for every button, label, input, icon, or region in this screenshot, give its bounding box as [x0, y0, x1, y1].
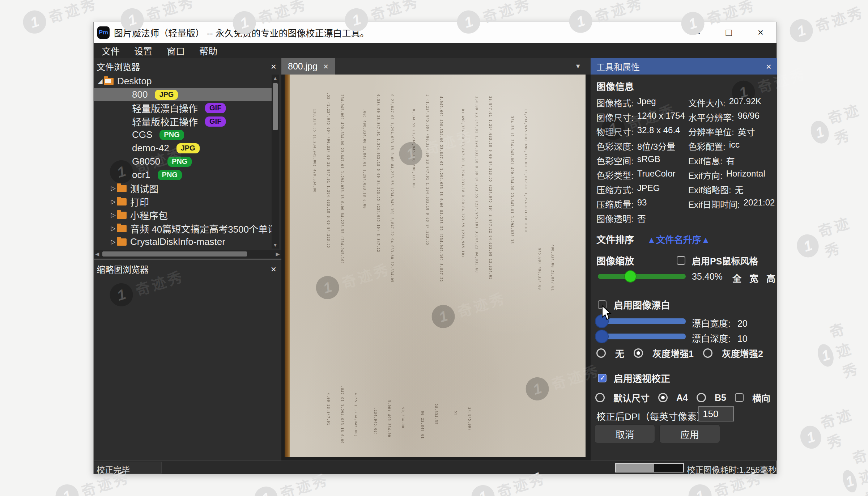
tree-item[interactable]: ▷小程序包: [94, 208, 272, 222]
info-label: 物理尺寸:: [596, 125, 634, 138]
zoom-slider-thumb[interactable]: [624, 270, 637, 283]
image-info-row: 图像尺寸:1240 x 1754水平分辨率:96/96: [596, 110, 777, 124]
scrollbar-thumb[interactable]: [102, 251, 247, 257]
gray-option-label-2[interactable]: 灰度增强2: [722, 347, 763, 360]
ps-mouse-label[interactable]: 启用PS鼠标风格: [692, 254, 758, 267]
scroll-up-icon[interactable]: ▲: [272, 75, 279, 81]
menu-item-0[interactable]: 文件: [102, 44, 120, 57]
info-pair: Exif信息:有: [688, 154, 735, 167]
expander-icon[interactable]: ▷: [110, 198, 117, 205]
zoom-fit-1[interactable]: 宽: [749, 271, 758, 284]
info-label: Exif日期时间:: [688, 198, 740, 210]
close-icon[interactable]: ×: [766, 62, 771, 71]
bleach-depth-slider-thumb[interactable]: [595, 330, 609, 343]
ps-mouse-checkbox[interactable]: [677, 256, 685, 265]
tab-close-icon[interactable]: ×: [323, 62, 328, 71]
expander-icon[interactable]: ▷: [110, 238, 117, 246]
close-button[interactable]: ×: [745, 22, 776, 43]
title-bar: Pm 图片魔法师（轻量版） -- 永久免费的专业的图像校正漂白工具。 – □ ×: [94, 22, 776, 43]
folder-icon: [117, 185, 127, 192]
vertical-scrollbar[interactable]: ▲ ▼: [272, 75, 279, 249]
tree-item[interactable]: ▷音频 40篇短文搞定高考3500个单词: [94, 222, 272, 235]
tree-item[interactable]: CGSPNG: [94, 128, 272, 141]
gray-option-radio-1[interactable]: [634, 348, 643, 358]
menu-item-3[interactable]: 帮助: [199, 44, 217, 57]
watermark-logo-icon: 1: [815, 342, 837, 369]
bleach-depth-slider-track[interactable]: [598, 334, 686, 339]
menu-bar: 文件设置窗口帮助: [94, 43, 776, 58]
size-option-label-2[interactable]: B5: [715, 393, 726, 403]
image-info-row: 图像格式:Jpeg文件大小:207.92K: [596, 95, 777, 110]
zoom-fit-0[interactable]: 全: [732, 271, 741, 284]
file-type-badge: PNG: [158, 170, 182, 180]
tree-item[interactable]: 轻量版漂白操作GIF: [94, 101, 272, 115]
apply-button[interactable]: 应用: [659, 424, 720, 443]
size-option-radio-0[interactable]: [595, 393, 605, 402]
sort-order-toggle[interactable]: ▲文件名升序▲: [647, 233, 710, 246]
close-icon[interactable]: ×: [271, 62, 276, 71]
scrollbar-thumb[interactable]: [273, 83, 278, 130]
scroll-down-icon[interactable]: ▼: [272, 242, 279, 248]
tree-item-label: demo-42: [132, 143, 169, 154]
size-option-label-0[interactable]: 默认尺寸: [613, 391, 650, 404]
maximize-button[interactable]: □: [713, 22, 745, 43]
document-text-column: 90,334.00 23,847.01 1,294,033.18 0.00 84…: [400, 407, 405, 447]
tree-item[interactable]: G8050PNG: [94, 155, 272, 168]
document-text-column: 490,334.00 23,847.01 1,294,033.18 0.00 8…: [550, 245, 555, 313]
tree-item[interactable]: ▷打印: [94, 195, 272, 208]
minimize-button[interactable]: –: [681, 22, 713, 43]
close-icon[interactable]: ×: [271, 264, 276, 274]
file-type-badge: PNG: [167, 157, 192, 167]
tree-item[interactable]: 800JPG: [94, 88, 272, 101]
perspective-enable-checkbox[interactable]: [598, 374, 607, 382]
cancel-button[interactable]: 取消: [595, 424, 655, 443]
perspective-enable-label[interactable]: 启用透视校正: [614, 371, 670, 385]
qijixiu-watermark: 1奇迹秀: [795, 399, 868, 460]
gray-option-label-0[interactable]: 无: [615, 347, 624, 360]
tree-item[interactable]: 轻量版校正操作GIF: [94, 115, 272, 128]
info-value: Horizontal: [726, 169, 765, 181]
zoom-fit-2[interactable]: 高: [766, 271, 775, 284]
expander-icon[interactable]: ◢: [97, 77, 104, 85]
tree-item[interactable]: ◢Desktop: [94, 75, 272, 88]
watermark-logo-icon: 1: [797, 423, 824, 451]
tab-list-dropdown-icon[interactable]: ▼: [575, 63, 581, 70]
document-text-column: 5.00) 490,334.00 23,847.01 1,294,033.18 …: [387, 400, 392, 447]
scroll-right-icon[interactable]: ▶: [274, 251, 281, 257]
tree-item[interactable]: ocr1PNG: [94, 168, 272, 182]
tree-item-label: 轻量版校正操作: [132, 115, 198, 128]
zoom-slider-track[interactable]: [598, 274, 686, 279]
tree-item-label: 测试图: [130, 182, 158, 195]
document-text-column: 334.00 23,847.01 1,294,033.18 0.00 84,22…: [474, 96, 479, 277]
tab-800jpg[interactable]: 800.jpg ×: [281, 58, 335, 75]
landscape-checkbox[interactable]: [735, 393, 744, 402]
bleach-depth-label: 漂白深度:: [692, 334, 731, 344]
desktop-background: 1奇迹秀1奇迹秀1奇迹秀1奇迹秀1奇迹秀1奇迹秀1奇迹秀1奇迹秀1奇迹秀1奇迹秀…: [0, 0, 868, 496]
panel-divider: [94, 259, 281, 260]
size-option-radio-2[interactable]: [697, 393, 706, 402]
scanned-document-image[interactable]: 128,334.55 (1,234,945.00) 490,334.00 23,…: [285, 75, 586, 457]
file-tree: ◢Desktop800JPG轻量版漂白操作GIF轻量版校正操作GIFCGSPNG…: [94, 75, 272, 249]
expander-icon[interactable]: ▷: [110, 225, 117, 232]
gray-option-label-1[interactable]: 灰度增强1: [652, 347, 694, 360]
bleach-enable-label[interactable]: 启用图像漂白: [614, 298, 670, 311]
tools-panel-header: 工具和属性 ×: [591, 58, 777, 75]
document-text-column: .00) 490,334.00 23,847.01 1,294,033.18 0…: [362, 109, 367, 217]
landscape-label[interactable]: 横向: [752, 391, 770, 404]
expander-icon[interactable]: ▷: [110, 185, 117, 192]
expander-icon[interactable]: ▷: [110, 211, 117, 219]
size-option-radio-1[interactable]: [658, 393, 668, 402]
size-option-label-1[interactable]: A4: [676, 393, 688, 403]
info-pair: 压缩质量:93: [596, 198, 688, 210]
menu-item-2[interactable]: 窗口: [167, 44, 185, 57]
gray-option-radio-2[interactable]: [703, 348, 712, 358]
dpi-input[interactable]: 150: [698, 406, 734, 421]
menu-item-1[interactable]: 设置: [134, 44, 152, 57]
tree-item[interactable]: demo-42JPG: [94, 141, 272, 155]
scroll-left-icon[interactable]: ◀: [94, 251, 101, 257]
horizontal-scrollbar[interactable]: ◀ ▶: [94, 250, 281, 258]
tree-item[interactable]: ▷CrystalDiskInfo-master: [94, 235, 272, 249]
gray-option-radio-0[interactable]: [596, 348, 606, 358]
tree-item[interactable]: ▷测试图: [94, 182, 272, 195]
watermark-logo-icon: 1: [20, 8, 49, 37]
